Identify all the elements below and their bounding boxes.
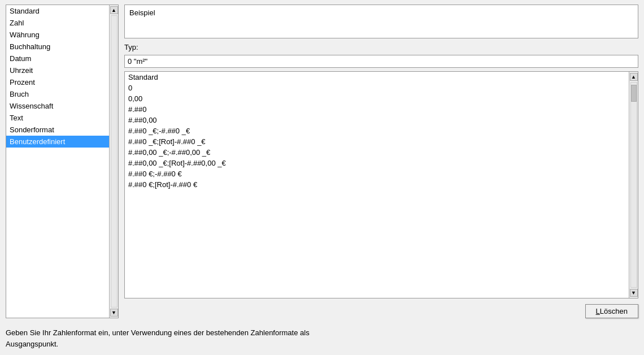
bottom-text: Geben Sie Ihr Zahlenformat ein, unter Ve… bbox=[0, 323, 644, 355]
left-panel: StandardZahlWährungBuchhaltungDatumUhrze… bbox=[6, 5, 119, 318]
format-item[interactable]: 0 bbox=[125, 83, 629, 93]
loschen-button[interactable]: LLöschen bbox=[585, 304, 638, 318]
left-scrollbar: ▲ ▼ bbox=[109, 5, 118, 318]
format-scroll-track bbox=[630, 82, 637, 288]
list-item-bruch[interactable]: Bruch bbox=[6, 88, 109, 100]
category-list[interactable]: StandardZahlWährungBuchhaltungDatumUhrze… bbox=[6, 5, 109, 318]
dialog-container: StandardZahlWährungBuchhaltungDatumUhrze… bbox=[0, 0, 644, 355]
list-item-sonderformat[interactable]: Sonderformat bbox=[6, 124, 109, 136]
scroll-up-icon[interactable]: ▲ bbox=[110, 6, 118, 14]
main-content: StandardZahlWährungBuchhaltungDatumUhrze… bbox=[0, 0, 644, 323]
list-item-uhrzeit[interactable]: Uhrzeit bbox=[6, 64, 109, 76]
scroll-track bbox=[111, 15, 118, 308]
format-scroll-up-icon[interactable]: ▲ bbox=[630, 73, 638, 81]
list-item-text[interactable]: Text bbox=[6, 112, 109, 124]
format-scrollbar: ▲ ▼ bbox=[629, 72, 638, 298]
format-scroll-down-icon[interactable]: ▼ bbox=[630, 289, 638, 297]
format-item[interactable]: #.##0,00 _€;-#.##0,00 _€ bbox=[125, 147, 629, 158]
format-item[interactable]: #.##0 €;[Rot]-#.##0 € bbox=[125, 179, 629, 190]
list-item-prozent[interactable]: Prozent bbox=[6, 76, 109, 88]
typ-label: Typ: bbox=[124, 43, 638, 51]
list-item-buchhaltung[interactable]: Buchhaltung bbox=[6, 41, 109, 53]
list-item-benutzerdefiniert[interactable]: Benutzerdefiniert bbox=[6, 136, 109, 148]
format-list[interactable]: Standard00,00#.##0#.##0,00#.##0 _€;-#.##… bbox=[125, 72, 629, 298]
list-item-datum[interactable]: Datum bbox=[6, 53, 109, 64]
preview-box: Beispiel bbox=[124, 5, 638, 38]
format-item[interactable]: Standard bbox=[125, 72, 629, 83]
list-item-standard[interactable]: Standard bbox=[6, 5, 109, 17]
format-item[interactable]: #.##0 €;-#.##0 € bbox=[125, 168, 629, 179]
format-item[interactable]: #.##0,00 bbox=[125, 115, 629, 125]
format-item[interactable]: #.##0 _€;-#.##0 _€ bbox=[125, 125, 629, 136]
format-list-container: Standard00,00#.##0#.##0,00#.##0 _€;-#.##… bbox=[124, 71, 638, 298]
format-scroll-thumb bbox=[631, 85, 637, 102]
format-item[interactable]: #.##0 bbox=[125, 104, 629, 115]
loschen-row: LLöschen bbox=[124, 304, 638, 318]
right-panel: Beispiel Typ: Standard00,00#.##0#.##0,00… bbox=[124, 5, 638, 318]
list-item-wissenschaft[interactable]: Wissenschaft bbox=[6, 100, 109, 112]
format-item[interactable]: #.##0 _€;[Rot]-#.##0 _€ bbox=[125, 136, 629, 147]
list-item-währung[interactable]: Währung bbox=[6, 29, 109, 41]
format-item[interactable]: 0,00 bbox=[125, 93, 629, 104]
preview-label: Beispiel bbox=[129, 8, 155, 17]
format-item[interactable]: #.##0,00 _€;[Rot]-#.##0,00 _€ bbox=[125, 158, 629, 168]
list-item-zahl[interactable]: Zahl bbox=[6, 17, 109, 29]
left-panel-scroll: StandardZahlWährungBuchhaltungDatumUhrze… bbox=[6, 5, 118, 318]
scroll-down-icon[interactable]: ▼ bbox=[110, 309, 118, 317]
loschen-label: LLöschen bbox=[596, 307, 628, 315]
typ-input[interactable] bbox=[124, 55, 638, 68]
